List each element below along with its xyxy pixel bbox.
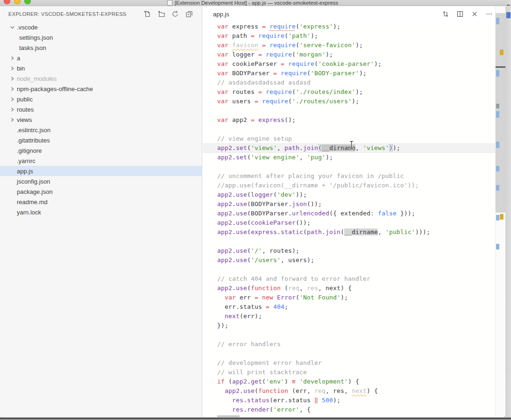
new-folder-icon[interactable]	[157, 10, 165, 18]
more-actions-icon[interactable]	[485, 10, 493, 18]
code-line[interactable]: app2.use(logger('dev'));	[203, 190, 495, 199]
code-token: var	[217, 42, 232, 49]
chevron-right-icon[interactable]	[9, 107, 15, 113]
code-line[interactable]: app2.use(function (err, req, res, next) …	[203, 386, 495, 396]
tree-item--yarnrc[interactable]: .yarnrc	[0, 156, 202, 166]
code-line[interactable]: // catch 404 and forward to error handle…	[203, 274, 495, 284]
tree-item-node-modules[interactable]: node_modules	[0, 73, 202, 84]
code-line[interactable]	[203, 125, 495, 134]
code-line[interactable]: next(err);	[203, 312, 495, 321]
code-line[interactable]: app2.use('/users', users);	[203, 256, 495, 265]
window-title: [Extension Development Host] - app.js — …	[175, 0, 338, 6]
tab-app-js[interactable]: app.js	[203, 11, 441, 18]
code-editor[interactable]: var express = require('express');var pat…	[203, 22, 495, 417]
chevron-right-icon[interactable]	[9, 65, 15, 71]
code-line[interactable]: var path = require('path');	[203, 31, 495, 41]
code-token: function	[258, 387, 288, 394]
code-line[interactable]	[203, 162, 495, 171]
code-line[interactable]: app2.use(BODYParser.json());	[203, 199, 495, 209]
code-line[interactable]: var app2 = express();	[203, 115, 495, 125]
code-line[interactable]: var cookieParser = require('cookie-parse…	[203, 59, 495, 69]
code-line[interactable]: err.status = 404;	[203, 302, 495, 312]
code-token: use	[236, 285, 247, 292]
code-line[interactable]: var express = require('express');	[203, 22, 495, 31]
tree-item-routes[interactable]: routes	[0, 104, 202, 114]
tree-item-bin[interactable]: bin	[0, 63, 202, 73]
tree-item-label: yarn.lock	[17, 209, 41, 216]
tree-item-views[interactable]: views	[0, 114, 202, 125]
close-icon[interactable]	[470, 10, 479, 18]
code-line[interactable]	[203, 237, 495, 246]
code-line[interactable]: app2.use(BODYParser.urlencoded({ extende…	[203, 209, 495, 218]
ruler-mark-blue	[496, 111, 499, 118]
tree-item--eslintrc-json[interactable]: .eslintrc.json	[0, 125, 202, 135]
chevron-placeholder	[9, 168, 15, 174]
tree-item-a[interactable]: a	[0, 53, 202, 63]
code-line[interactable]	[203, 330, 495, 340]
ruler-mark-blue	[496, 18, 499, 24]
code-line[interactable]: });	[203, 321, 495, 330]
code-token: if	[217, 378, 225, 385]
code-line[interactable]: // development error handler	[203, 358, 495, 368]
open-changes-icon[interactable]	[441, 10, 450, 18]
code-token: ());	[296, 219, 311, 226]
code-line[interactable]: res.status(err.status ‖ 500);	[203, 396, 495, 405]
code-line[interactable]	[203, 106, 495, 115]
code-line[interactable]: var favicon = require('serve-favicon');	[203, 41, 495, 50]
code-line[interactable]: if (app2.get('env') ≡ 'development') {	[203, 377, 495, 386]
refresh-icon[interactable]	[171, 10, 179, 18]
tree-item-settings-json[interactable]: settings.json	[0, 32, 202, 43]
new-file-icon[interactable]	[143, 10, 151, 18]
code-token: (err.status	[270, 397, 314, 404]
code-token: 'express'	[299, 23, 333, 30]
tree-item-yarn-lock[interactable]: yarn.lock	[0, 207, 202, 217]
tree-item-npm-packages-offline-cache[interactable]: npm-packages-offline-cache	[0, 84, 202, 94]
tree-item-tasks-json[interactable]: tasks.json	[0, 43, 202, 53]
code-line[interactable]: app2.use(express.static(path.join(__dirn…	[203, 228, 495, 237]
tree-item--gitignore[interactable]: .gitignore	[0, 145, 202, 156]
tree-item-public[interactable]: public	[0, 94, 202, 104]
code-line[interactable]: app2.use(function (req, res, next) {	[203, 284, 495, 293]
code-token: 'BODY-parser'	[311, 70, 359, 77]
code-line[interactable]: app2.use('/', routes);	[203, 246, 495, 256]
code-line[interactable]: var users = require('./routes/users');	[203, 97, 495, 106]
code-line[interactable]: var logger = require('morgan');	[203, 50, 495, 59]
vscode-window: [Extension Development Host] - app.js — …	[0, 0, 505, 417]
code-token: express	[258, 116, 284, 123]
code-line[interactable]	[203, 349, 495, 358]
overview-ruler-scrollbar[interactable]	[495, 6, 505, 417]
code-line[interactable]: // uncomment after placing your favicon …	[203, 171, 495, 181]
tree-item-readme-md[interactable]: readme.md	[0, 197, 202, 207]
code-token: next	[352, 387, 367, 394]
code-line[interactable]	[203, 265, 495, 274]
chevron-right-icon[interactable]	[9, 55, 15, 61]
split-editor-icon[interactable]	[456, 10, 464, 18]
chevron-right-icon[interactable]	[9, 96, 15, 102]
code-token: __dirname	[344, 228, 378, 235]
tree-item-package-json[interactable]: package.json	[0, 186, 202, 197]
code-token: , next) {	[318, 285, 352, 292]
tree-item--vscode[interactable]: .vscode	[0, 22, 202, 32]
code-line[interactable]: var BODYParser = require('BODY-parser');	[203, 69, 495, 78]
code-line[interactable]: // error handlers	[203, 340, 495, 349]
chevron-down-icon[interactable]	[9, 24, 15, 30]
chevron-right-icon[interactable]	[9, 76, 15, 82]
code-line[interactable]: // asdasdasdadssad asdasd	[203, 78, 495, 87]
chevron-right-icon[interactable]	[9, 117, 15, 123]
code-line[interactable]: res.render('error', {	[203, 405, 495, 414]
code-token: 'env'	[266, 378, 284, 385]
tree-item-jsconfig-json[interactable]: jsconfig.json	[0, 176, 202, 186]
chevron-right-icon[interactable]	[9, 86, 15, 92]
code-line[interactable]: // will print stacktrace	[203, 368, 495, 377]
code-line[interactable]: app2.set('view engine', 'pug');	[203, 153, 495, 162]
code-token: 'serve-favicon'	[299, 42, 355, 49]
collapse-all-icon[interactable]	[185, 10, 193, 18]
ruler-mark-blue	[496, 215, 499, 221]
tree-item-label: npm-packages-offline-cache	[17, 85, 93, 93]
code-line[interactable]: //app.use(favicon(__dirname + '/public/f…	[203, 181, 495, 190]
tree-item--gitattributes[interactable]: .gitattributes	[0, 135, 202, 145]
code-line[interactable]: app2.use(cookieParser());	[203, 218, 495, 228]
code-line[interactable]: var err = new Error('Not Found');	[203, 293, 495, 302]
code-line[interactable]: var routes = require('./routes/index');	[203, 87, 495, 97]
tree-item-app-js[interactable]: app.js	[0, 166, 202, 176]
